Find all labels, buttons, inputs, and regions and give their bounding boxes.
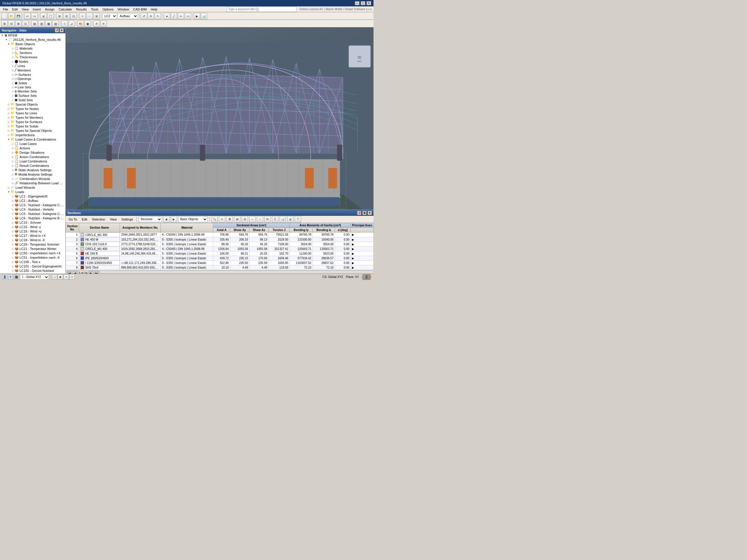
expand-rc[interactable]: ▷ (11, 164, 15, 167)
print-table-btn[interactable]: 🖨 (287, 216, 293, 222)
expand-member-sets[interactable]: ▷ (11, 89, 15, 93)
tree-static-settings[interactable]: ▷ ⚙ Static Analysis Settings (0, 168, 66, 172)
col-axial-a[interactable]: Axial A (213, 228, 230, 233)
tree-file[interactable]: ▼ 📄 241126_Herford_Bora_results.rf6 (0, 37, 66, 42)
tree-sections[interactable]: ▷ 📐 Sections (0, 50, 66, 55)
settings-menu[interactable]: Settings (120, 217, 135, 221)
tree-loads[interactable]: ▼ 📁 Loads (0, 190, 66, 194)
expand-imperfections[interactable]: ▷ (7, 133, 10, 137)
table-row[interactable]: 8 SHS 70x4 899,900,902-910,925-935,977-9… (66, 265, 374, 270)
save-button[interactable]: 💾 (15, 13, 22, 19)
navigator-pin-button[interactable]: 📌 (55, 28, 59, 32)
expand-basic[interactable]: ▼ (7, 42, 10, 46)
new-button[interactable]: 📄 (1, 13, 7, 19)
expand-lc16[interactable]: ▷ (11, 230, 15, 233)
expand-ac[interactable]: ▷ (11, 155, 15, 159)
table-row[interactable]: 4 CIRCLE_M1 400 1019,2592,2668,2815,2817… (66, 246, 374, 251)
tree-members[interactable]: ▷ ╱ Members (0, 68, 66, 72)
tree-types-members[interactable]: ▷ 📁 Types for Members (0, 115, 66, 119)
menu-window[interactable]: Window (116, 7, 131, 12)
keyword-search[interactable] (227, 7, 296, 12)
prev-page-btn2[interactable]: ◀ (73, 271, 77, 274)
sigma-btn[interactable]: Σ (272, 216, 278, 222)
tree-result-combinations[interactable]: ▷ 📋 Result Combinations (0, 163, 66, 168)
tree-lc20[interactable]: ▷ 📦 LC20 - Temperatur Sommer (0, 242, 66, 246)
menu-calculate[interactable]: Calculate (57, 7, 74, 12)
menu-cad-bim[interactable]: CAD-BIM (131, 7, 148, 12)
tree-solids[interactable]: ▷ ▣ Solids (0, 81, 66, 85)
table-btn-5[interactable]: ↔ (249, 216, 256, 222)
tree-line-sets[interactable]: ▷ ═ Line Sets (0, 85, 66, 89)
tree-types-nodes[interactable]: ▷ 📁 Types for Nodes (0, 106, 66, 111)
table-row[interactable]: 3 CHS 193.7x16.0 2772,2774,2788,5248-525… (66, 242, 374, 246)
display-btn-4[interactable]: ⊡ (22, 20, 29, 27)
expand-lc18[interactable]: ▷ (11, 238, 15, 242)
panel-pin-button[interactable]: 📌 (357, 211, 361, 215)
expand-sections[interactable]: ▷ (11, 51, 15, 55)
col-members[interactable]: Assigned to Members No. (120, 223, 161, 233)
expand-lc15[interactable]: ▷ (11, 225, 15, 229)
filter-btn[interactable]: 🔍 (211, 216, 218, 222)
move-btn[interactable]: ✛ (148, 13, 154, 19)
table-btn-4[interactable]: ⊟ (241, 216, 248, 222)
tree-basic-objects[interactable]: ▼ 📁 Basic Objects (0, 42, 66, 46)
table-btn-3[interactable]: ⊞ (234, 216, 240, 222)
node-btn[interactable]: ● (164, 13, 170, 19)
expand-thicknesses[interactable]: ▷ (11, 55, 15, 59)
view-select[interactable]: 1 - Global XYZ (20, 274, 49, 280)
table-btn-6[interactable]: ↕ (257, 216, 263, 222)
first-page-btn[interactable]: |◀ (67, 271, 72, 274)
tree-lines[interactable]: ▷ ╱ Lines (0, 63, 66, 68)
cell-expand[interactable]: ▶ (351, 246, 374, 251)
delete-btn[interactable]: ✕ (93, 20, 100, 27)
menu-insert[interactable]: Insert (31, 7, 43, 12)
cell-expand[interactable]: ▶ (351, 237, 374, 242)
last-page-btn[interactable]: ▶| (95, 271, 99, 274)
minimize-button[interactable]: ─ (355, 1, 360, 5)
goto-menu[interactable]: Go To (67, 217, 79, 221)
col-torsion-j[interactable]: Torsion J (268, 228, 289, 233)
tree-lc6[interactable]: ▷ 📦 LC6 - Nutzlast - Kategorie B - Var 2 (0, 216, 66, 220)
cell-expand[interactable]: ▶ (351, 265, 374, 270)
tree-lc100[interactable]: ▷ 📦 LC100 - Test x (0, 260, 66, 264)
status-btn-3[interactable]: ✕ (63, 274, 69, 280)
status-btn-4[interactable]: ⟳ (70, 274, 75, 280)
tree-lc17[interactable]: ▷ 📦 LC17 - Wind in +X (0, 233, 66, 238)
tree-lc1[interactable]: ▷ 📦 LC1 - Eigengewicht (0, 194, 66, 198)
expand-openings[interactable]: ▷ (11, 77, 15, 80)
expand-types-nodes[interactable]: ▷ (7, 107, 10, 110)
open-button[interactable]: 📂 (8, 13, 15, 19)
menu-edit[interactable]: Edit (10, 7, 20, 12)
copy2-btn[interactable]: ⎘ (100, 20, 107, 27)
next-page-btn2[interactable]: ▶ (89, 271, 93, 274)
measure-btn[interactable]: ⊿ (68, 20, 75, 27)
col-alpha[interactable]: α [deg] (335, 228, 351, 233)
menu-file[interactable]: File (1, 7, 10, 12)
expand-lw[interactable]: ▷ (7, 186, 10, 189)
tree-solid-sets[interactable]: ▷ ▣ Solid Sets (0, 98, 66, 102)
tree-lc51[interactable]: ▷ 📦 LC51 - Imperfektion nach -X (0, 255, 66, 260)
expand-lc1[interactable]: ▷ (11, 194, 15, 198)
expand-types-lines[interactable]: ▷ (7, 111, 10, 115)
table-row[interactable]: 6 IPE 180/5/20/40/0 5 - S355 | Isotropic… (66, 256, 374, 261)
calc-btn[interactable]: ▶ (194, 13, 200, 19)
undo-button[interactable]: ↩ (24, 13, 31, 19)
color-btn[interactable]: 🎨 (77, 20, 84, 27)
navigator-close-button[interactable]: ✕ (59, 28, 63, 32)
expand-lc3[interactable]: ▷ (11, 203, 15, 207)
status-btn-2[interactable]: ▣ (58, 274, 63, 280)
view-btn-3[interactable]: ⊡ (70, 13, 77, 19)
expand-types-solids[interactable]: ▷ (7, 125, 10, 128)
structure-select[interactable]: Structure (138, 216, 162, 222)
expand-actions[interactable]: ▷ (11, 146, 15, 150)
panel-close-button[interactable]: ✕ (368, 211, 372, 215)
expand-solid-sets[interactable]: ▷ (11, 98, 15, 102)
menu-assign[interactable]: Assign (43, 7, 56, 12)
expand-surface-sets[interactable]: ▷ (11, 94, 15, 98)
tree-surface-sets[interactable]: ▷ ▦ Surface Sets (0, 93, 66, 98)
tree-lc4[interactable]: ▷ 📦 LC4 - Nutzlast - Verkehr (0, 207, 66, 211)
table-btn-2[interactable]: ≣ (227, 216, 233, 222)
filter-btn-2[interactable]: ▥ (38, 20, 45, 27)
tree-lc50[interactable]: ▷ 📦 LC50 - Imperfektion nach +X (0, 251, 66, 255)
expand-cw[interactable]: ▷ (11, 177, 15, 181)
